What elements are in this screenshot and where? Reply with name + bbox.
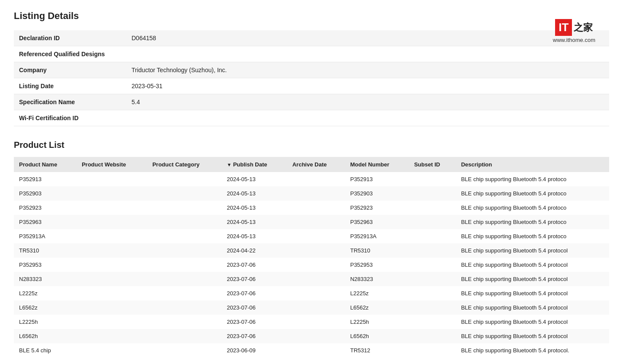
- wifi-certification-id-row: Wi-Fi Certification ID: [14, 110, 609, 126]
- cell-product_name: N283323: [14, 272, 77, 286]
- wifi-certification-id-label: Wi-Fi Certification ID: [14, 110, 126, 126]
- cell-product_website: [77, 172, 147, 186]
- cell-product_name: L6562z: [14, 300, 77, 315]
- cell-archive_date: [287, 329, 345, 343]
- cell-product_name: P352913A: [14, 229, 77, 243]
- cell-product_website: [77, 343, 147, 358]
- cell-archive_date: [287, 229, 345, 243]
- cell-product_category: [147, 300, 222, 315]
- cell-product_name: L2225z: [14, 286, 77, 300]
- cell-product_website: [77, 243, 147, 258]
- cell-description: BLE chip supporting Bluetooth 5.4 protoc…: [456, 215, 609, 229]
- cell-product_name: TR5310: [14, 243, 77, 258]
- cell-archive_date: [287, 215, 345, 229]
- cell-product_name: BLE 5.4 chip: [14, 343, 77, 358]
- cell-model_number: TR5312: [345, 343, 409, 358]
- cell-description: BLE chip supporting Bluetooth 5.4 protoc…: [456, 272, 609, 286]
- cell-product_name: P352963: [14, 215, 77, 229]
- declaration-id-row: Declaration ID D064158: [14, 30, 609, 46]
- table-row: L6562z2023-07-06L6562zBLE chip supportin…: [14, 300, 609, 315]
- col-header-subset-id[interactable]: Subset ID: [409, 157, 456, 172]
- logo-url: www.ithome.com: [553, 37, 595, 43]
- table-row: L2225h2023-07-06L2225hBLE chip supportin…: [14, 315, 609, 329]
- cell-archive_date: [287, 272, 345, 286]
- product-list-title: Product List: [14, 140, 609, 150]
- cell-product_website: [77, 201, 147, 215]
- cell-publish_date: 2024-05-13: [222, 229, 287, 243]
- listing-details-table: Declaration ID D064158 Referenced Qualif…: [14, 30, 609, 126]
- cell-description: BLE chip supporting Bluetooth 5.4 protoc…: [456, 286, 609, 300]
- cell-description: BLE chip supporting Bluetooth 5.4 protoc…: [456, 343, 609, 358]
- table-header-row: Product Name Product Website Product Cat…: [14, 157, 609, 172]
- table-row: L6562h2023-07-06L6562hBLE chip supportin…: [14, 329, 609, 343]
- cell-publish_date: 2023-07-06: [222, 272, 287, 286]
- cell-product_category: [147, 229, 222, 243]
- cell-product_website: [77, 300, 147, 315]
- cell-product_category: [147, 315, 222, 329]
- cell-subset_id: [409, 286, 456, 300]
- col-header-model-number[interactable]: Model Number: [345, 157, 409, 172]
- cell-archive_date: [287, 300, 345, 315]
- cell-publish_date: 2023-07-06: [222, 329, 287, 343]
- cell-model_number: P352953: [345, 258, 409, 272]
- table-row: P3529032024-05-13P352903BLE chip support…: [14, 186, 609, 201]
- table-row: P352913A2024-05-13P352913ABLE chip suppo…: [14, 229, 609, 243]
- col-header-product-name[interactable]: Product Name: [14, 157, 77, 172]
- cell-model_number: L2225h: [345, 315, 409, 329]
- cell-model_number: P352913: [345, 172, 409, 186]
- table-row: P3529132024-05-13P352913BLE chip support…: [14, 172, 609, 186]
- cell-product_name: P352913: [14, 172, 77, 186]
- col-header-publish-date[interactable]: ▼ Publish Date: [222, 157, 287, 172]
- referenced-qualified-designs-value: [126, 46, 609, 62]
- cell-product_website: [77, 215, 147, 229]
- specification-name-row: Specification Name 5.4: [14, 94, 609, 110]
- cell-subset_id: [409, 329, 456, 343]
- cell-description: BLE chip supporting Bluetooth 5.4 protoc…: [456, 300, 609, 315]
- referenced-qualified-designs-label: Referenced Qualified Designs: [14, 46, 126, 62]
- table-row: L2225z2023-07-06L2225zBLE chip supportin…: [14, 286, 609, 300]
- cell-model_number: TR5310: [345, 243, 409, 258]
- cell-product_category: [147, 258, 222, 272]
- cell-product_website: [77, 229, 147, 243]
- cell-product_category: [147, 243, 222, 258]
- cell-model_number: P352923: [345, 201, 409, 215]
- cell-archive_date: [287, 201, 345, 215]
- cell-description: BLE chip supporting Bluetooth 5.4 protoc…: [456, 315, 609, 329]
- cell-product_category: [147, 172, 222, 186]
- sort-icon: ▼: [227, 162, 231, 167]
- cell-archive_date: [287, 186, 345, 201]
- cell-product_category: [147, 286, 222, 300]
- cell-product_category: [147, 343, 222, 358]
- logo-chinese-text: 之家: [574, 21, 593, 34]
- cell-description: BLE chip supporting Bluetooth 5.4 protoc…: [456, 186, 609, 201]
- table-row: P3529532023-07-06P352953BLE chip support…: [14, 258, 609, 272]
- col-header-archive-date[interactable]: Archive Date: [287, 157, 345, 172]
- company-label: Company: [14, 62, 126, 78]
- cell-archive_date: [287, 343, 345, 358]
- specification-name-value: 5.4: [126, 94, 609, 110]
- cell-archive_date: [287, 243, 345, 258]
- cell-subset_id: [409, 258, 456, 272]
- cell-subset_id: [409, 186, 456, 201]
- cell-publish_date: 2023-07-06: [222, 286, 287, 300]
- cell-subset_id: [409, 300, 456, 315]
- cell-publish_date: 2024-05-13: [222, 172, 287, 186]
- col-header-product-category[interactable]: Product Category: [147, 157, 222, 172]
- cell-subset_id: [409, 201, 456, 215]
- cell-archive_date: [287, 315, 345, 329]
- cell-product_name: P352953: [14, 258, 77, 272]
- table-row: BLE 5.4 chip2023-06-09TR5312BLE chip sup…: [14, 343, 609, 358]
- cell-product_website: [77, 258, 147, 272]
- cell-description: BLE chip supporting Bluetooth 5.4 protoc…: [456, 329, 609, 343]
- cell-product_website: [77, 315, 147, 329]
- listing-date-row: Listing Date 2023-05-31: [14, 78, 609, 94]
- cell-product_name: P352903: [14, 186, 77, 201]
- cell-product_category: [147, 272, 222, 286]
- cell-subset_id: [409, 343, 456, 358]
- col-header-product-website[interactable]: Product Website: [77, 157, 147, 172]
- col-header-description[interactable]: Description: [456, 157, 609, 172]
- referenced-qualified-designs-row: Referenced Qualified Designs: [14, 46, 609, 62]
- cell-archive_date: [287, 258, 345, 272]
- cell-product_category: [147, 215, 222, 229]
- logo-area: IT 之家 www.ithome.com: [553, 19, 595, 43]
